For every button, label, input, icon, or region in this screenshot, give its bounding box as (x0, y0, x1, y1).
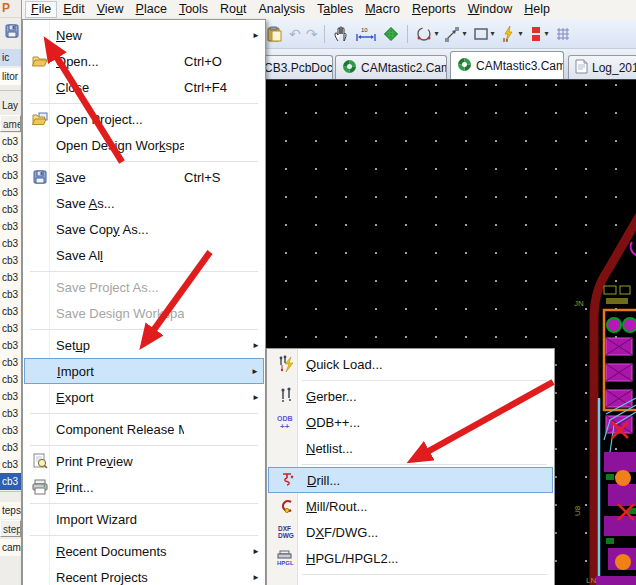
pan-tool-icon[interactable] (332, 24, 350, 44)
layer-row[interactable]: cb3 (0, 252, 21, 269)
layer-row[interactable]: cb3 (0, 235, 21, 252)
layer-row[interactable]: cb3 (0, 320, 21, 337)
menu-item-save-project-as[interactable]: Save Project As... (24, 274, 264, 300)
layer-row[interactable]: cb3 (0, 201, 21, 218)
layer-row[interactable]: cb3 (0, 303, 21, 320)
menu-item-import[interactable]: Import► (24, 358, 264, 384)
panel-toolbar-button[interactable]: P (0, 0, 21, 18)
menu-item-dxf-dwg[interactable]: DXFDWGDXF/DWG... (268, 519, 553, 545)
layer-row[interactable]: cb3 (0, 133, 21, 150)
menu-item-label: Netlist... (306, 441, 473, 456)
panel-tab-camtastic[interactable]: ic (0, 49, 21, 66)
flash-tool-icon[interactable]: ▾ (500, 24, 523, 44)
dropdown-caret-icon[interactable]: ▾ (491, 29, 495, 38)
menubar-item-tools[interactable]: Tools (173, 1, 214, 18)
dropdown-caret-icon[interactable]: ▾ (434, 29, 438, 38)
dropdown-caret-icon[interactable]: ▾ (519, 29, 523, 38)
tab-camtastic2-cam[interactable]: CAMtastic2.Cam* (335, 55, 447, 79)
rect-tool-icon[interactable]: ▾ (472, 24, 495, 44)
menu-item-setup[interactable]: Setup► (24, 332, 264, 358)
menu-item-gerber[interactable]: Gerber... (268, 383, 553, 409)
layer-row[interactable]: cb3 (0, 405, 21, 422)
menu-item-save-copy-as[interactable]: Save Copy As... (24, 216, 264, 242)
node-tool-icon[interactable]: ▾ (443, 24, 466, 44)
save-icon[interactable] (0, 23, 21, 43)
panel-tab-editor[interactable]: litor (0, 68, 21, 85)
grid-tool-icon[interactable] (554, 24, 572, 44)
menu-item-open[interactable]: Open...Ctrl+O (24, 48, 264, 74)
menu-item-new[interactable]: New► (24, 22, 264, 48)
menu-item-recent-projects[interactable]: Recent Projects► (24, 564, 264, 585)
layer-row[interactable]: cb3 (0, 473, 21, 490)
layer-row[interactable]: cb3 (0, 218, 21, 235)
menu-item-component-release-manager[interactable]: Component Release Manager... (24, 416, 264, 442)
pcb-artwork: JN U8 LN (548, 80, 636, 585)
menubar-item-reports[interactable]: Reports (406, 1, 462, 18)
layer-row[interactable]: cb3 (0, 388, 21, 405)
pads-tool-icon[interactable]: ▾ (528, 24, 549, 44)
tab-log-201[interactable]: Log_201 (568, 55, 636, 79)
menu-item-save-all[interactable]: Save All (24, 242, 264, 268)
svg-text:JN: JN (574, 299, 584, 308)
layer-row[interactable]: cb3 (0, 422, 21, 439)
arc-tool-icon[interactable]: ▾ (415, 24, 438, 44)
layer-row[interactable]: cb3 (0, 184, 21, 201)
polygon-tool-icon[interactable] (382, 24, 400, 44)
steps-section-label[interactable]: teps (0, 502, 21, 519)
menu-item-recent-documents[interactable]: Recent Documents► (24, 538, 264, 564)
menubar-item-window[interactable]: Window (462, 1, 518, 18)
odb-icon: ODB++ (268, 414, 306, 430)
menubar-item-help[interactable]: Help (518, 1, 556, 18)
menubar-item-rout[interactable]: Rout (214, 1, 252, 18)
menubar-item-macro[interactable]: Macro (359, 1, 406, 18)
menubar-item-view[interactable]: View (91, 1, 130, 18)
menu-item-netlist[interactable]: Netlist... (268, 435, 553, 461)
redo-tool-icon[interactable]: ↷ (306, 24, 318, 44)
menu-item-label: Open... (56, 54, 184, 69)
layer-row[interactable]: cb3 (0, 439, 21, 456)
layer-row[interactable]: cb3 (0, 371, 21, 388)
layers-name-header[interactable]: ame (0, 115, 21, 132)
dropdown-caret-icon[interactable]: ▾ (462, 29, 466, 38)
menu-item-quick-load[interactable]: Quick Load... (268, 351, 553, 377)
undo-tool-icon[interactable]: ↶ (289, 24, 301, 44)
menu-item-odb[interactable]: ODB++ODB++... (268, 409, 553, 435)
layer-row[interactable]: cb3 (0, 167, 21, 184)
menu-item-export[interactable]: Export► (24, 384, 264, 410)
layer-row[interactable]: cb3 (0, 269, 21, 286)
menu-shortcut: Ctrl+O (184, 54, 246, 69)
menu-item-save-as[interactable]: Save As... (24, 190, 264, 216)
menu-item-print-preview[interactable]: Print Preview (24, 448, 264, 474)
layer-row[interactable]: cb3 (0, 354, 21, 371)
tab-camtastic3-cam[interactable]: CAMtastic3.Cam* (450, 51, 564, 79)
paste-tool-icon[interactable] (266, 24, 284, 44)
menubar-item-place[interactable]: Place (130, 1, 173, 18)
menu-item-drill[interactable]: Drill... (268, 467, 553, 493)
menu-item-mill-rout[interactable]: Mill/Rout... (268, 493, 553, 519)
menu-item-save-design-workspace-as[interactable]: Save Design Workspace As... (24, 300, 264, 326)
menubar-item-analysis[interactable]: Analysis (252, 1, 311, 18)
menubar-item-file[interactable]: File (25, 1, 57, 18)
menu-item-close[interactable]: CloseCtrl+F4 (24, 74, 264, 100)
menubar-item-edit[interactable]: Edit (57, 1, 91, 18)
step-row-cam[interactable]: cam (0, 539, 21, 556)
drill-icon (269, 471, 307, 489)
layer-row[interactable]: cb3 (0, 150, 21, 167)
menu-item-label: Save Project As... (56, 280, 184, 295)
camtastic-icon (457, 57, 472, 75)
layer-row[interactable]: cb3 (0, 456, 21, 473)
step-header[interactable]: step (0, 520, 21, 537)
measure-tool-icon[interactable]: 10 (355, 24, 377, 44)
menubar-item-tables[interactable]: Tables (311, 1, 359, 18)
menu-bar: FileEditViewPlaceToolsRoutAnalysisTables… (22, 0, 636, 19)
menu-item-import-wizard[interactable]: Import Wizard (24, 506, 264, 532)
dropdown-caret-icon[interactable]: ▾ (545, 29, 549, 38)
menu-item-open-project[interactable]: Open Project... (24, 106, 264, 132)
menu-item-hpgl-hpgl2[interactable]: HPGLHPGL/HPGL2... (268, 545, 553, 571)
layer-row[interactable]: cb3 (0, 337, 21, 354)
layer-row[interactable]: cb3 (0, 286, 21, 303)
menu-item-save[interactable]: SaveCtrl+S (24, 164, 264, 190)
mill-icon (268, 497, 306, 515)
menu-item-open-design-workspace[interactable]: Open Design Workspace... (24, 132, 264, 158)
menu-item-print[interactable]: Print... (24, 474, 264, 500)
